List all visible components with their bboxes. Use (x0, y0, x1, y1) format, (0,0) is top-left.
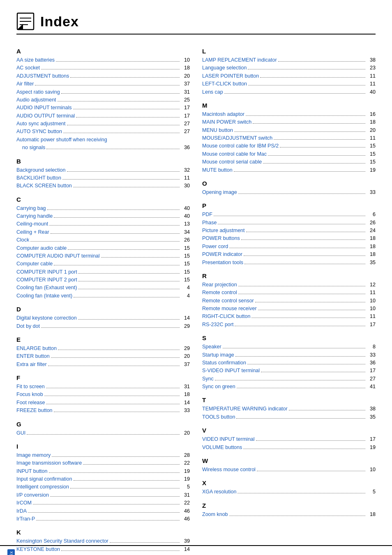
index-entry: TOOLS button35 (202, 413, 376, 421)
entry-page-num: 14 (181, 399, 190, 407)
section-letter-Z: Z (202, 502, 376, 509)
index-entry: RIGHT-CLICK button11 (202, 313, 376, 320)
bottom-bar: Appendix GB -51 (0, 545, 392, 555)
entry-text: MUTE button (202, 166, 233, 174)
entry-text: Macintosh adaptor (202, 111, 244, 118)
index-entry: Opening image33 (202, 189, 376, 196)
section-letter-B: B (16, 158, 190, 165)
section-letter-A: A (16, 48, 190, 55)
entry-page-num: 10 (367, 297, 376, 305)
index-entry: no signals36 (16, 144, 190, 152)
index-entry: Lens cap40 (202, 88, 376, 96)
index-entry: ENTER button20 (16, 352, 190, 360)
entry-dots (27, 434, 180, 435)
index-entry: POWER indicator18 (202, 251, 376, 258)
entry-dots (214, 216, 365, 216)
entry-page-num: 30 (181, 182, 190, 190)
entry-dots (48, 366, 180, 366)
index-entry: BACKLIGHT button11 (16, 174, 190, 182)
entry-dots (67, 125, 180, 125)
entry-dots (101, 257, 180, 258)
entry-page-num: 36 (367, 359, 376, 367)
section-letter-R: R (202, 272, 376, 279)
entry-text: Focus knob (16, 391, 43, 398)
entry-text: INPUT button (16, 467, 48, 475)
entry-dots (235, 326, 365, 326)
entry-dots (278, 61, 365, 62)
index-entry: Remote control sensor10 (202, 297, 376, 305)
entry-page-num: 26 (181, 236, 190, 244)
index-entry: Image memory28 (16, 451, 190, 459)
index-entry: Focus knob18 (16, 391, 190, 398)
index-entry: Mouse control serial cable15 (202, 158, 376, 166)
entry-dots (78, 289, 180, 289)
entry-dots (110, 542, 180, 543)
entry-text: AA size batteries (16, 56, 55, 64)
index-entry: Remote control11 (202, 289, 376, 297)
entry-text: Speaker (202, 343, 221, 351)
entry-dots (215, 380, 365, 380)
index-entry: Mouse control cable for Mac15 (202, 150, 376, 158)
entry-text: Image memory (16, 451, 51, 459)
entry-page-num: 11 (367, 134, 376, 142)
entry-page-num: 29 (181, 322, 190, 330)
entry-page-num: 29 (181, 345, 190, 352)
entry-page-num: 25 (181, 96, 190, 104)
index-entry: AC socket18 (16, 64, 190, 72)
index-entry: Air filter37 (16, 80, 190, 88)
entry-dots (83, 464, 180, 465)
entry-page-num: 22 (181, 459, 190, 467)
entry-text: Mouse control cable for IBM PS/2 (202, 142, 279, 150)
entry-dots (73, 109, 180, 109)
entry-text: COMPUTER AUDIO INPUT terminal (16, 252, 100, 260)
entry-page-num: 37 (181, 80, 190, 88)
index-entry: Cooling fan (Intake vent)4 (16, 292, 190, 300)
index-entry: COMPUTER INPUT 1 port15 (16, 268, 190, 276)
entry-dots (229, 248, 365, 248)
entry-dots (70, 488, 180, 488)
index-entry: Aspect ratio saving31 (16, 88, 190, 96)
entry-dots (46, 388, 180, 388)
entry-text: Intelligent compression (16, 483, 69, 491)
entry-dots (248, 85, 365, 85)
entry-text: Fit to screen (16, 383, 45, 391)
entry-page-num: 11 (367, 313, 376, 320)
index-entry: Computer cable15 (16, 260, 190, 268)
entry-dots (56, 61, 180, 62)
entry-text: VOLUME buttons (202, 444, 242, 451)
entry-page-num: 15 (367, 158, 376, 166)
section-letter-P: P (202, 202, 376, 209)
entry-dots (41, 327, 180, 328)
index-entry: Startup image33 (202, 351, 376, 359)
index-entry: COMPUTER INPUT 2 port15 (16, 276, 190, 284)
entry-page-num: 20 (181, 72, 190, 80)
entry-dots (61, 93, 180, 94)
entry-page-num: 10 (181, 56, 190, 64)
entry-page-num: 26 (367, 219, 376, 227)
index-entry: Background selection32 (16, 166, 190, 174)
index-entry: BLACK SCREEN button30 (16, 182, 190, 190)
entry-page-num: 32 (181, 166, 190, 174)
index-entry: Digital keystone correction14 (16, 314, 190, 322)
entry-dots (255, 302, 365, 302)
page-title: Index (40, 14, 79, 30)
index-entry: MOUSE/ADJUSTMENT switch11 (202, 134, 376, 142)
index-entry: MUTE button19 (202, 166, 376, 174)
appendix-label: Appendix (7, 549, 15, 555)
entry-text: AC socket (16, 64, 40, 72)
entry-page-num: 18 (181, 391, 190, 398)
entry-dots (229, 516, 365, 516)
entry-dots (78, 273, 180, 274)
entry-dots (247, 364, 365, 364)
entry-page-num: 22 (181, 499, 190, 507)
entry-text: Wireless mouse control (202, 466, 256, 474)
entry-text: BACKLIGHT button (16, 174, 61, 182)
entry-text: IrDA (16, 507, 27, 515)
entry-page-num: 40 (367, 88, 376, 96)
index-entry: Carrying handle40 (16, 212, 190, 220)
page: Index AAA size batteries10AC socket18ADJ… (0, 0, 392, 555)
index-entry: AUDIO INPUT terminals17 (16, 104, 190, 112)
entry-text: VIDEO INPUT terminal (202, 435, 255, 443)
index-entry: INPUT button19 (16, 467, 190, 475)
entry-dots (241, 240, 365, 240)
